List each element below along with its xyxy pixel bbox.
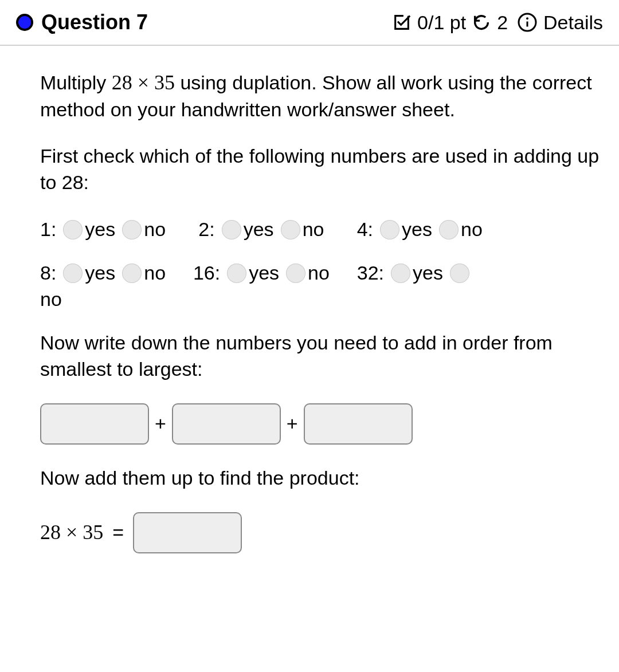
radio-1-no[interactable] [122,220,142,239]
question-header: Question 7 0/1 pt 2 Details [0,0,619,46]
final-lhs: 28 × 35 [40,518,103,547]
radio-32-yes[interactable] [391,264,410,283]
radio-row-1: 1: yes no 2: yes no 4: yes no [40,217,602,243]
radio-group-4: 4: yes no [357,217,483,243]
prompt-expression: 28 × 35 [112,71,175,94]
radio-group-1: 1: yes no [40,217,166,243]
retry-icon [472,13,491,32]
radio-text-no: no [303,217,324,243]
radio-label-32: 32: [357,260,384,286]
radio-32-no[interactable] [450,264,469,283]
addend-input-1[interactable] [40,403,149,445]
instruction-3: Now add them up to find the product: [40,465,602,492]
radio-4-no[interactable] [439,220,459,239]
radio-text-yes: yes [249,260,279,286]
radio-8-yes[interactable] [63,264,83,283]
final-answer-row: 28 × 35 = [40,512,602,553]
radio-text-yes: yes [244,217,274,243]
radio-text-yes: yes [402,217,432,243]
radio-text-no: no [144,260,166,286]
prompt-paragraph-2: First check which of the following numbe… [40,143,602,196]
radio-label-2: 2: [198,217,214,243]
radio-1-yes[interactable] [63,220,83,239]
radio-16-yes[interactable] [227,264,246,283]
addends-row: + + [40,403,602,445]
radio-text-yes: yes [413,260,443,286]
attempts-text: 2 [497,11,508,34]
question-body: Multiply 28 × 35 using duplation. Show a… [0,46,619,576]
radio-8-no[interactable] [122,264,142,283]
checkbox-icon [392,13,412,32]
header-left: Question 7 [16,10,148,34]
plus-sign-2: + [287,411,298,437]
radio-group-16: 16: yes no [193,260,330,286]
radio-group-2: 2: yes no [198,217,324,243]
radio-label-16: 16: [193,260,220,286]
radio-group-8: 8: yes no [40,260,166,286]
details-link[interactable]: Details [543,11,603,34]
addend-input-2[interactable] [172,403,281,445]
header-right: 0/1 pt 2 Details [392,11,603,34]
question-title: Question 7 [41,10,148,34]
radio-text-no-wrap: no [40,288,62,310]
prompt-paragraph-1: Multiply 28 × 35 using duplation. Show a… [40,69,602,123]
radio-label-8: 8: [40,260,56,286]
product-input[interactable] [133,512,242,553]
info-icon [517,12,538,33]
radio-text-yes: yes [85,260,115,286]
radio-text-no: no [308,260,330,286]
radio-4-yes[interactable] [380,220,399,239]
radio-2-no[interactable] [281,220,300,239]
radio-text-yes: yes [85,217,115,243]
prompt-prefix: Multiply [40,72,112,93]
radio-text-no: no [144,217,166,243]
radio-group-32: 32: yes [357,260,472,286]
equals-sign: = [112,520,124,546]
status-bullet-icon [16,14,33,31]
addend-input-3[interactable] [304,403,413,445]
radio-text-no: no [461,217,483,243]
svg-point-1 [526,17,528,19]
points-text: 0/1 pt [417,11,466,34]
radio-row-2: 8: yes no 16: yes no 32: yes no [40,260,602,313]
plus-sign-1: + [155,411,166,437]
radio-label-4: 4: [357,217,373,243]
radio-label-1: 1: [40,217,56,243]
radio-16-no[interactable] [286,264,305,283]
radio-2-yes[interactable] [222,220,241,239]
instruction-2: Now write down the numbers you need to a… [40,330,602,383]
